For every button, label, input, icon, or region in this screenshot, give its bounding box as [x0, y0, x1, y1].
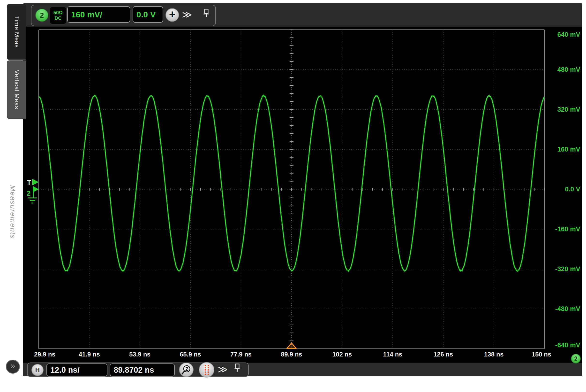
- time-tick-label: 150 ns: [523, 350, 560, 358]
- trigger-marker-label: T: [27, 179, 31, 186]
- tab-vertical-meas[interactable]: Vertical Meas: [7, 60, 26, 119]
- expand-panel-button[interactable]: »: [6, 360, 20, 374]
- channel-pin-icon[interactable]: [202, 8, 210, 19]
- voltage-tick-label: 320 mV: [546, 106, 580, 113]
- time-tick-label: 53.9 ns: [122, 350, 158, 358]
- channel-more-chevron-icon[interactable]: ≫: [182, 10, 192, 19]
- voltage-tick-label: -160 mV: [546, 225, 580, 233]
- tab-time-meas[interactable]: Time Meas: [7, 4, 26, 60]
- voltage-tick-label: 480 mV: [546, 66, 580, 74]
- time-tick-label: 138 ns: [476, 350, 512, 358]
- time-tick-label: 77.9 ns: [223, 350, 259, 358]
- coupling-mode-label: DC: [55, 16, 62, 21]
- channel-2-badge[interactable]: 2: [35, 9, 48, 22]
- time-tick-label: 41.9 ns: [71, 350, 107, 358]
- trigger-position-button[interactable]: [199, 362, 214, 378]
- horizontal-more-chevron-icon[interactable]: ≫: [218, 364, 228, 374]
- vertical-scale-field[interactable]: 160 mV/: [67, 6, 130, 23]
- coupling-button[interactable]: 50Ω DC: [50, 7, 66, 24]
- zoom-button[interactable]: Z: [179, 362, 194, 377]
- time-tick-label: 102 ns: [324, 350, 360, 358]
- measurements-panel-watermark: Measurements: [9, 185, 17, 239]
- coupling-impedance-label: 50Ω: [54, 10, 63, 16]
- voltage-tick-label: -480 mV: [546, 305, 580, 313]
- time-tick-label: 126 ns: [425, 350, 461, 358]
- svg-text:Z: Z: [185, 366, 188, 372]
- horizontal-badge[interactable]: H: [32, 364, 44, 376]
- voltage-tick-label: -640 mV: [546, 341, 580, 349]
- add-channel-button[interactable]: +: [165, 8, 179, 22]
- voltage-tick-label: -320 mV: [546, 265, 580, 273]
- time-tick-label: 29.9 ns: [27, 350, 63, 358]
- voltage-tick-label: 0.0 V: [546, 185, 580, 193]
- time-tick-label: 65.9 ns: [172, 350, 209, 358]
- time-tick-label: 89.9 ns: [273, 350, 310, 358]
- timebase-field[interactable]: 12.0 ns/: [47, 364, 107, 376]
- time-tick-label: 114 ns: [375, 350, 411, 358]
- delay-field[interactable]: 89.8702 ns: [110, 364, 175, 376]
- voltage-tick-label: 640 mV: [546, 31, 580, 38]
- voltage-tick-label: 160 mV: [546, 146, 580, 153]
- dotted-lines-icon: [200, 363, 213, 376]
- horizontal-pin-icon[interactable]: [233, 363, 241, 374]
- plot-background: [23, 26, 582, 363]
- zoom-magnifier-icon: Z: [180, 364, 193, 376]
- channel-2-axis-badge[interactable]: 2: [571, 354, 581, 364]
- vertical-offset-field[interactable]: 0.0 V: [133, 6, 163, 23]
- channel-marker-label: 2: [27, 190, 31, 197]
